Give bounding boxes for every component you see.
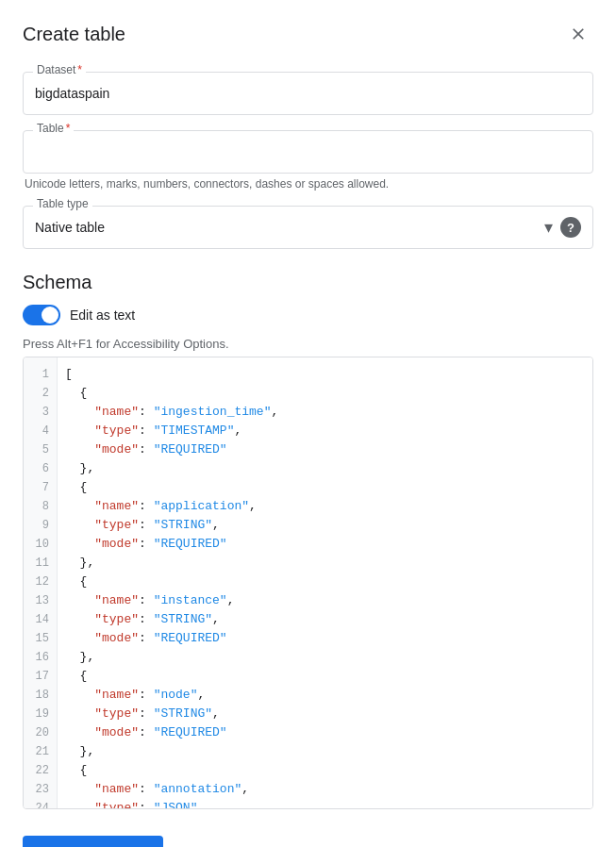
table-type-select[interactable]: Native table External table View Materia… [35,214,544,241]
code-line: "mode": "REQUIRED" [65,723,592,742]
dataset-input[interactable] [24,73,592,114]
code-line: "mode": "REQUIRED" [65,629,592,648]
code-line: { [65,667,592,686]
code-editor-inner: 1234567891011121314151617181920212223242… [24,357,592,809]
code-line: "name": "node", [65,686,592,705]
accessibility-hint: Press Alt+F1 for Accessibility Options. [23,337,593,351]
toggle-slider [23,305,60,325]
table-group: Table* Unicode letters, marks, numbers, … [23,130,593,191]
code-line: "type": "JSON", [65,799,592,809]
line-number: 10 [24,535,57,554]
code-line: { [65,573,592,591]
create-table-button[interactable]: CREATE TABLE [23,836,163,847]
close-icon [569,25,588,43]
create-table-dialog: Create table Dataset* Table* [0,0,616,847]
code-line: }, [65,742,592,761]
code-line: [ [65,365,592,384]
code-line: "name": "annotation", [65,780,592,799]
code-line: "name": "instance", [65,591,592,610]
dataset-wrapper: Dataset* [23,72,593,115]
code-line: "type": "STRING", [65,705,592,723]
code-line: }, [65,648,592,667]
line-number: 18 [24,686,57,705]
code-line: "type": "STRING", [65,516,592,535]
line-number: 19 [24,705,57,723]
dialog-body: Dataset* Table* Unicode letters, marks, … [0,64,616,821]
table-type-wrapper: Table type Native table External table V… [23,206,593,249]
line-number: 17 [24,667,57,686]
line-number: 20 [24,723,57,742]
dataset-label: Dataset* [33,64,86,76]
line-number: 6 [24,459,57,478]
line-number: 11 [24,554,57,573]
table-input[interactable] [24,131,592,173]
line-number: 16 [24,648,57,667]
code-line: }, [65,554,592,573]
schema-section: Schema Edit as text Press Alt+F1 for Acc… [23,272,593,809]
line-number: 22 [24,761,57,780]
edit-as-text-label: Edit as text [70,307,135,323]
table-type-group: Table type Native table External table V… [23,206,593,249]
table-wrapper: Table* [23,130,593,174]
dialog-footer: CREATE TABLE CANCEL [0,821,616,847]
dialog-header: Create table [0,0,616,64]
line-number: 21 [24,742,57,761]
code-line: "mode": "REQUIRED" [65,535,592,554]
line-number: 9 [24,516,57,535]
code-line: "name": "application", [65,497,592,516]
line-number: 3 [24,403,57,422]
chevron-down-icon: ▾ [544,217,553,238]
toggle-row: Edit as text [23,305,593,325]
table-label: Table* [33,122,74,135]
code-line: "name": "ingestion_time", [65,403,592,422]
cancel-button[interactable]: CANCEL [178,836,250,847]
line-number: 12 [24,573,57,591]
line-number: 24 [24,799,57,809]
line-number: 2 [24,384,57,403]
code-line: }, [65,459,592,478]
line-number: 1 [24,365,57,384]
code-content[interactable]: [ { "name": "ingestion_time", "type": "T… [58,357,592,809]
code-line: { [65,384,592,403]
code-line: { [65,761,592,780]
dialog-title: Create table [23,24,125,45]
line-number: 15 [24,629,57,648]
table-hint: Unicode letters, marks, numbers, connect… [23,177,593,191]
dataset-group: Dataset* [23,72,593,115]
line-number: 8 [24,497,57,516]
code-editor[interactable]: 1234567891011121314151617181920212223242… [23,357,593,809]
code-line: { [65,478,592,497]
code-line: "type": "STRING", [65,610,592,629]
schema-title: Schema [23,272,593,293]
line-number: 7 [24,478,57,497]
help-icon[interactable]: ? [560,217,581,238]
code-line: "type": "TIMESTAMP", [65,422,592,440]
table-type-label: Table type [33,197,92,210]
code-line: "mode": "REQUIRED" [65,440,592,459]
line-numbers: 1234567891011121314151617181920212223242… [24,357,58,809]
line-number: 4 [24,422,57,440]
close-button[interactable] [563,19,593,49]
line-number: 14 [24,610,57,629]
edit-as-text-toggle[interactable] [23,305,60,325]
line-number: 5 [24,440,57,459]
line-number: 13 [24,591,57,610]
table-type-select-row: Native table External table View Materia… [24,207,592,248]
line-number: 23 [24,780,57,799]
